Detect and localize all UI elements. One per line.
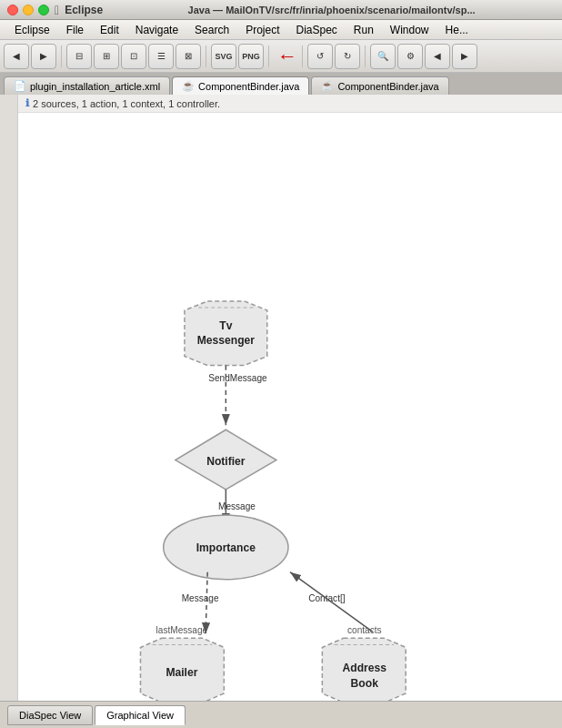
menu-project[interactable]: Project: [238, 22, 286, 38]
tab-component-binder-2[interactable]: ☕ ComponentBinder.java: [311, 76, 448, 95]
toolbar-btn-10[interactable]: ◀: [425, 44, 450, 69]
tab-component-binder-1[interactable]: ☕ ComponentBinder.java: [172, 76, 309, 95]
tab-xml-label: plugin_installation_article.xml: [30, 81, 160, 92]
maximize-button[interactable]: [38, 5, 49, 15]
toolbar-btn-6[interactable]: ↺: [307, 44, 333, 69]
menu-file[interactable]: File: [59, 22, 91, 38]
tv-messenger-label2: Messenger: [197, 334, 256, 347]
red-arrow-icon: ←: [277, 45, 297, 68]
diagram-svg: Tv Messenger SendMessage Notifier Messag…: [18, 113, 562, 701]
info-icon: ℹ: [25, 97, 29, 109]
tab-xml[interactable]: 📄 plugin_installation_article.xml: [4, 76, 170, 95]
toolbar-btn-1[interactable]: ⊟: [66, 44, 92, 69]
toolbar-btn-11[interactable]: ▶: [452, 44, 477, 69]
tab-graphical-view[interactable]: Graphical View: [95, 705, 186, 725]
toolbar: ◀ ▶ ⊟ ⊞ ⊡ ☰ ⊠ SVG PNG ← ↺ ↻ 🔍 ⚙ ◀ ▶: [0, 40, 562, 73]
toolbar-separator-1: [61, 46, 62, 67]
tab-java-icon-1: ☕: [182, 80, 195, 92]
editor: ℹ 2 sources, 1 action, 1 context, 1 cont…: [18, 95, 562, 701]
png-button[interactable]: PNG: [238, 44, 264, 69]
mailer-label: Mailer: [166, 666, 197, 679]
tab-java-icon-2: ☕: [321, 80, 334, 92]
tab-diaspec-view[interactable]: DiaSpec View: [7, 705, 93, 725]
menu-eclipse[interactable]: Eclipse: [7, 22, 57, 38]
main-area: ℹ 2 sources, 1 action, 1 context, 1 cont…: [0, 95, 562, 701]
title-bar:  Eclipse Java — MailOnTV/src/fr/inria/p…: [0, 0, 562, 20]
importance-label: Importance: [196, 541, 256, 554]
tv-messenger-label1: Tv: [219, 319, 232, 332]
back-button[interactable]: ◀: [4, 44, 29, 69]
forward-button[interactable]: ▶: [31, 44, 56, 69]
toolbar-btn-2[interactable]: ⊞: [94, 44, 119, 69]
address-book-label2: Book: [351, 677, 379, 690]
apple-logo-icon: : [55, 3, 59, 17]
tab-bar: 📄 plugin_installation_article.xml ☕ Comp…: [0, 73, 562, 95]
tab-component-binder-label-1: ComponentBinder.java: [198, 81, 299, 92]
minimize-button[interactable]: [23, 5, 34, 15]
toolbar-btn-5[interactable]: ⊠: [176, 44, 201, 69]
notifier-label: Notifier: [206, 455, 246, 468]
address-book-sublabel: contacts: [347, 625, 382, 635]
left-sidebar: [0, 95, 18, 701]
toolbar-btn-8[interactable]: 🔍: [370, 44, 396, 69]
toolbar-separator-2: [206, 46, 206, 67]
menu-navigate[interactable]: Navigate: [128, 22, 186, 38]
svg-button[interactable]: SVG: [211, 44, 236, 69]
close-button[interactable]: [7, 5, 18, 15]
toolbar-separator-4: [302, 46, 303, 67]
toolbar-btn-7[interactable]: ↻: [335, 44, 360, 69]
menu-window[interactable]: Window: [383, 22, 437, 38]
mailer-sublabel: lastMessage: [156, 625, 208, 635]
tv-messenger-node: [185, 301, 267, 366]
traffic-lights[interactable]: [7, 5, 49, 15]
red-arrow-annotation: ←: [277, 45, 297, 68]
tab-component-binder-label-2: ComponentBinder.java: [337, 81, 438, 92]
diagram-canvas[interactable]: Tv Messenger SendMessage Notifier Messag…: [18, 113, 562, 701]
toolbar-separator-5: [365, 46, 366, 67]
toolbar-btn-9[interactable]: ⚙: [397, 44, 423, 69]
info-message: 2 sources, 1 action, 1 context, 1 contro…: [33, 98, 220, 109]
menu-run[interactable]: Run: [346, 22, 381, 38]
menu-help[interactable]: He...: [438, 22, 476, 38]
menu-diaspec[interactable]: DiaSpec: [288, 22, 344, 38]
title-bar-text: Java — MailOnTV/src/fr/inria/phoenix/sce…: [108, 5, 555, 15]
info-bar: ℹ 2 sources, 1 action, 1 context, 1 cont…: [18, 95, 562, 113]
toolbar-btn-3[interactable]: ⊡: [121, 44, 146, 69]
address-book-label1: Address: [343, 662, 387, 674]
bottom-tab-bar: DiaSpec View Graphical View: [0, 701, 562, 728]
send-message-label: SendMessage: [208, 373, 267, 383]
menu-edit[interactable]: Edit: [93, 22, 126, 38]
menu-bar: Eclipse File Edit Navigate Search Projec…: [0, 20, 562, 40]
toolbar-btn-4[interactable]: ☰: [148, 44, 174, 69]
tab-xml-icon: 📄: [14, 80, 26, 92]
toolbar-separator-3: [268, 46, 269, 67]
message-label-2: Message: [182, 593, 219, 603]
message-label-1: Message: [218, 501, 256, 511]
content-area: ℹ 2 sources, 1 action, 1 context, 1 cont…: [0, 95, 562, 701]
menu-search[interactable]: Search: [187, 22, 236, 38]
app-name: Eclipse: [65, 4, 103, 16]
edge-addressbook-importance: [290, 572, 373, 632]
